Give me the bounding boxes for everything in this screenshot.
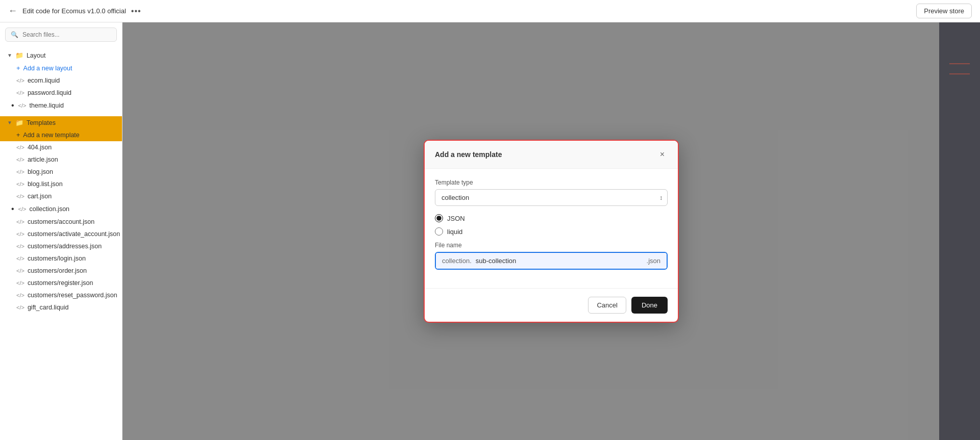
topbar-title: Edit code for Ecomus v1.0.0 official: [22, 7, 126, 15]
sidebar-item-blog-list[interactable]: </> blog.list.json: [0, 178, 122, 190]
customers-reset-label: customers/reset_password.json: [28, 292, 117, 299]
code-icon: </>: [16, 181, 24, 187]
cancel-button[interactable]: Cancel: [588, 297, 626, 314]
code-icon: </>: [18, 102, 27, 109]
customers-account-label: customers/account.json: [28, 218, 94, 225]
done-button[interactable]: Done: [631, 297, 668, 314]
customers-login-label: customers/login.json: [28, 255, 86, 262]
code-icon: </>: [16, 280, 24, 286]
sidebar-item-customers-order[interactable]: </> customers/order.json: [0, 265, 122, 277]
404-label: 404.json: [28, 144, 52, 151]
sidebar-item-customers-addresses[interactable]: </> customers/addresses.json: [0, 240, 122, 252]
chevron-down-icon: ▼: [7, 120, 12, 125]
more-options-button[interactable]: •••: [131, 7, 141, 16]
theme-liquid-label: theme.liquid: [30, 102, 64, 109]
sidebar-item-collection[interactable]: </> collection.json: [0, 202, 122, 216]
sidebar-item-layout[interactable]: ▼ 📁 Layout: [0, 49, 122, 62]
sidebar-item-password-liquid[interactable]: </> password.liquid: [0, 87, 122, 99]
search-input[interactable]: [22, 31, 111, 38]
customers-order-label: customers/order.json: [28, 267, 87, 274]
template-type-select[interactable]: collection article blog cart index page …: [435, 189, 668, 206]
ecom-liquid-label: ecom.liquid: [28, 77, 60, 84]
template-type-group: Template type collection article blog ca…: [435, 179, 668, 206]
customers-register-label: customers/register.json: [28, 279, 93, 287]
code-icon: </>: [16, 268, 24, 274]
code-icon: </>: [16, 90, 24, 96]
templates-section: ▼ 📁 Templates + Add a new template </> 4…: [0, 114, 122, 316]
add-template-label: Add a new template: [23, 132, 80, 139]
sidebar-item-article[interactable]: </> article.json: [0, 153, 122, 166]
folder-icon: 📁: [15, 51, 23, 59]
add-layout-label: Add a new layout: [23, 65, 72, 72]
customers-addresses-label: customers/addresses.json: [28, 243, 102, 250]
sidebar-item-customers-reset[interactable]: </> customers/reset_password.json: [0, 289, 122, 301]
sidebar-item-404[interactable]: </> 404.json: [0, 141, 122, 153]
code-icon: </>: [16, 77, 24, 84]
file-name-group: File name collection. .json: [435, 242, 668, 270]
content-area: Add a new template × Template type colle…: [122, 22, 980, 440]
sidebar-item-add-layout[interactable]: + Add a new layout: [0, 62, 122, 74]
file-name-wrapper: collection. .json: [435, 252, 668, 270]
file-name-input[interactable]: [474, 253, 645, 269]
collection-label: collection.json: [30, 205, 70, 213]
sidebar-item-blog[interactable]: </> blog.json: [0, 166, 122, 178]
search-icon: 🔍: [11, 31, 18, 38]
sidebar-item-gift-card[interactable]: </> gift_card.liquid: [0, 301, 122, 314]
add-template-modal: Add a new template × Template type colle…: [424, 140, 679, 323]
code-icon: </>: [16, 304, 24, 310]
radio-json-label: JSON: [447, 215, 465, 222]
code-icon: </>: [16, 169, 24, 175]
blog-label: blog.json: [28, 168, 53, 175]
format-radio-group: JSON liquid: [435, 214, 668, 236]
search-box[interactable]: 🔍: [5, 28, 117, 42]
folder-icon: 📁: [15, 119, 23, 126]
sidebar-item-customers-login[interactable]: </> customers/login.json: [0, 252, 122, 265]
code-icon: </>: [16, 243, 24, 249]
plus-icon: +: [16, 132, 20, 139]
file-name-suffix: .json: [645, 253, 667, 269]
code-icon: </>: [16, 231, 24, 237]
sidebar-item-ecom-liquid[interactable]: </> ecom.liquid: [0, 74, 122, 87]
layout-section: ▼ 📁 Layout + Add a new layout </> ecom.l…: [0, 47, 122, 114]
templates-label: Templates: [27, 119, 56, 126]
article-label: article.json: [28, 156, 58, 163]
code-icon: </>: [16, 144, 24, 150]
modal-body: Template type collection article blog ca…: [425, 169, 678, 288]
template-type-select-wrapper: collection article blog cart index page …: [435, 189, 668, 206]
radio-json[interactable]: JSON: [435, 214, 668, 222]
sidebar-item-customers-register[interactable]: </> customers/register.json: [0, 277, 122, 289]
modal-footer: Cancel Done: [425, 288, 678, 322]
sidebar-item-customers-account[interactable]: </> customers/account.json: [0, 216, 122, 228]
modal-title: Add a new template: [435, 150, 502, 159]
topbar: ← Edit code for Ecomus v1.0.0 official •…: [0, 0, 980, 22]
code-icon: </>: [16, 157, 24, 163]
blog-list-label: blog.list.json: [28, 180, 63, 188]
radio-liquid-label: liquid: [447, 228, 462, 236]
file-name-prefix: collection.: [436, 253, 474, 269]
back-button[interactable]: ←: [8, 6, 17, 16]
modal-overlay: Add a new template × Template type colle…: [122, 22, 980, 440]
sidebar: 🔍 ▼ 📁 Layout + Add a new layout </> ecom…: [0, 22, 122, 440]
sidebar-item-cart[interactable]: </> cart.json: [0, 190, 122, 202]
layout-label: Layout: [27, 52, 46, 59]
sidebar-item-theme-liquid[interactable]: </> theme.liquid: [0, 99, 122, 112]
sidebar-item-add-template[interactable]: + Add a new template: [0, 129, 122, 141]
radio-json-input[interactable]: [435, 214, 443, 222]
modal-header: Add a new template ×: [425, 141, 678, 169]
chevron-down-icon: ▼: [7, 53, 12, 58]
sidebar-item-templates[interactable]: ▼ 📁 Templates: [0, 116, 122, 129]
password-liquid-label: password.liquid: [28, 89, 71, 96]
file-name-label: File name: [435, 242, 668, 249]
code-icon: </>: [16, 193, 24, 199]
radio-liquid[interactable]: liquid: [435, 227, 668, 236]
cart-label: cart.json: [28, 193, 52, 200]
topbar-left: ← Edit code for Ecomus v1.0.0 official •…: [8, 6, 141, 16]
gift-card-label: gift_card.liquid: [28, 304, 69, 311]
modal-close-button[interactable]: ×: [657, 149, 668, 160]
radio-liquid-input[interactable]: [435, 227, 443, 236]
plus-icon: +: [16, 64, 20, 72]
preview-store-button[interactable]: Preview store: [916, 4, 972, 18]
template-type-label: Template type: [435, 179, 668, 186]
sidebar-item-customers-activate[interactable]: </> customers/activate_account.json: [0, 228, 122, 240]
code-icon: </>: [16, 255, 24, 262]
